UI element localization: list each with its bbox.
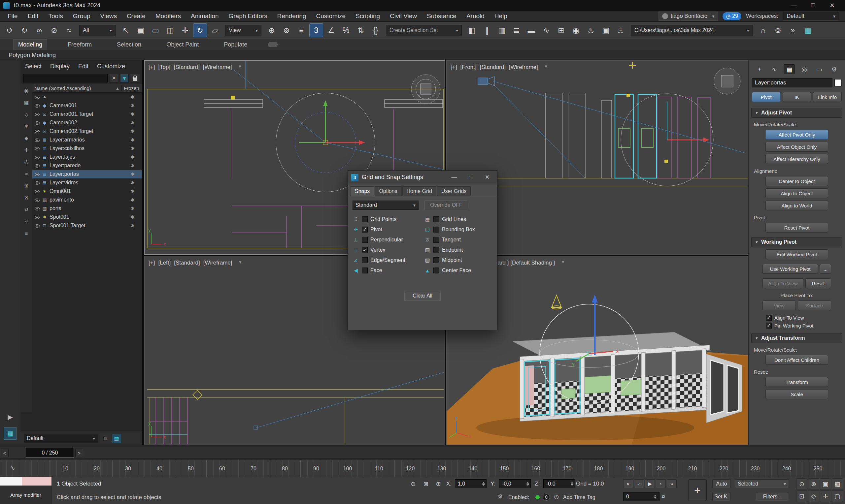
align-to-object-button[interactable]: Align to Object	[765, 188, 828, 198]
frozen-toggle-icon[interactable]: ✱	[125, 197, 140, 202]
timeline-tick-label[interactable]: 130	[426, 460, 457, 477]
frozen-toggle-icon[interactable]: ✱	[125, 163, 140, 168]
dont-affect-children-button[interactable]: Don't Affect Children	[765, 355, 828, 365]
viewport-menu-general[interactable]: [+]	[148, 259, 155, 266]
explorer-filter-cameras-icon[interactable]: ◆	[22, 134, 31, 142]
place-surface-button[interactable]: Surface	[798, 301, 831, 310]
frozen-toggle-icon[interactable]: ✱	[125, 137, 140, 143]
snap-checkbox[interactable]	[434, 237, 439, 243]
visibility-eye-icon[interactable]	[34, 180, 40, 185]
timeline-tick-label[interactable]: 10	[50, 460, 81, 477]
toggle-scene-explorer-icon[interactable]: ▥	[495, 23, 509, 37]
timeline-tick-label[interactable]: 140	[457, 460, 489, 477]
viewport-menu-general[interactable]: [+]	[148, 64, 155, 71]
viewport-menu-pov[interactable]: [Front]	[460, 64, 476, 71]
toggle-ribbon-icon[interactable]: ▬	[525, 23, 538, 37]
ribbon-panel-title[interactable]: Polygon Modeling	[8, 52, 56, 59]
go-to-end-button[interactable]: »	[667, 479, 677, 488]
menu-item-12[interactable]: Civil View	[385, 11, 422, 21]
explorer-filter-shapes-icon[interactable]: ◇	[22, 110, 31, 119]
select-and-move-icon[interactable]: ✛	[178, 23, 192, 37]
visibility-eye-icon[interactable]	[34, 146, 40, 151]
create-tab-icon[interactable]: +	[754, 64, 765, 74]
notifications-badge[interactable]: ◷ 29	[723, 12, 741, 20]
ribbon-tab-populate[interactable]: Populate	[219, 40, 252, 50]
motion-tab-icon[interactable]: ◎	[799, 64, 810, 74]
explorer-preset-dropdown[interactable]: Default	[24, 434, 98, 443]
snap-face[interactable]: ◀ Face	[353, 267, 421, 274]
auto-key-button[interactable]: Auto	[712, 479, 731, 488]
viewport-overlay-triangle-icon[interactable]: ▼	[561, 259, 565, 266]
snap-checkbox[interactable]	[434, 247, 439, 253]
explorer-row-layer-armarios[interactable]: ≣ Layer:armários ✱	[32, 136, 142, 144]
spinner-arrows[interactable]	[654, 495, 656, 499]
selection-lock-icon[interactable]: ⊠	[421, 480, 430, 488]
dialog-close-button[interactable]: ✕	[480, 174, 494, 181]
timeline-tick-label[interactable]: 210	[677, 460, 708, 477]
clock-icon[interactable]: ◷	[554, 493, 559, 500]
key-filters-selected-dropdown[interactable]: Selected	[735, 479, 789, 488]
explorer-settings-icon[interactable]: ≡	[22, 229, 31, 237]
frozen-toggle-icon[interactable]: ✱	[125, 172, 140, 177]
timeline-tick-label[interactable]: 180	[583, 460, 614, 477]
explorer-row-camera002-target[interactable]: ⊡ Camera002.Target ✱	[32, 127, 142, 136]
menu-item-2[interactable]: Tools	[43, 11, 68, 21]
mini-curve-editor-icon[interactable]: ∿	[10, 464, 15, 472]
visibility-eye-icon[interactable]	[34, 163, 40, 168]
timeline-tick-label[interactable]: 60	[206, 460, 237, 477]
lock-icon[interactable]	[131, 74, 139, 83]
explorer-row-layer-portas[interactable]: ≣ Layer:portas ✱	[32, 170, 142, 178]
snap-checkbox[interactable]	[362, 237, 368, 243]
frozen-toggle-icon[interactable]: ✱	[125, 206, 140, 211]
align-to-view-checkbox[interactable]	[766, 315, 772, 321]
key-filters-button[interactable]: Filters...	[756, 492, 789, 501]
timeline-tick-label[interactable]: 200	[645, 460, 677, 477]
render-setup-icon[interactable]: ♨	[584, 23, 598, 37]
snap-perpendicular[interactable]: ⟂ Perpendicular	[353, 236, 421, 243]
clear-search-icon[interactable]: ✕	[110, 74, 118, 83]
filter-funnel-icon[interactable]: ▼	[120, 74, 129, 83]
viewport-menu-pov[interactable]: [Top]	[158, 64, 170, 71]
timeline-tick-label[interactable]: 110	[363, 460, 394, 477]
visibility-eye-icon[interactable]	[34, 214, 40, 220]
pivot-button[interactable]: Pivot	[752, 92, 781, 102]
key-mode-icon[interactable]: ¤	[662, 493, 665, 500]
timeline-tick-label[interactable]: 160	[520, 460, 551, 477]
frozen-toggle-icon[interactable]: ✱	[125, 120, 140, 125]
dialog-titlebar[interactable]: 3 Grid and Snap Settings — □ ✕	[348, 170, 497, 184]
frozen-toggle-icon[interactable]: ✱	[125, 94, 140, 100]
frozen-toggle-icon[interactable]: ✱	[125, 214, 140, 220]
more-options-button[interactable]: ...	[820, 264, 831, 274]
spinner-arrows[interactable]	[527, 482, 529, 486]
timeline-tick-label[interactable]: 20	[81, 460, 112, 477]
explorer-row-omni001[interactable]: ✶ Omni001 ✱	[32, 187, 142, 196]
isolate-selection-icon[interactable]: ⊙	[409, 480, 418, 488]
zoom-region-icon[interactable]: ⊡	[796, 490, 807, 502]
viewport-menu-renderer[interactable]: [Standard]	[174, 259, 200, 266]
timeline-tick-label[interactable]: 250	[802, 460, 833, 477]
pin-working-pivot-checkbox[interactable]	[766, 323, 772, 328]
visibility-eye-icon[interactable]	[34, 137, 40, 143]
maximize-viewport-icon[interactable]: ▢	[832, 490, 843, 502]
x-coordinate-field[interactable]: 1,0	[455, 479, 487, 488]
snap-grid-lines[interactable]: ▦ Grid Lines	[424, 216, 492, 223]
snap-endpoint[interactable]: ▧ Endpoint	[424, 247, 492, 253]
timeline-tick-label[interactable]: 190	[614, 460, 645, 477]
workspace-dropdown[interactable]: Default	[783, 12, 839, 21]
rectangular-selection-region-icon[interactable]: ▭	[148, 23, 162, 37]
adjust-pivot-rollout[interactable]: Adjust Pivot	[751, 108, 842, 118]
gear-icon[interactable]: ⚙	[498, 493, 503, 500]
snap-bounding-box[interactable]: ▢ Bounding Box	[424, 226, 492, 233]
menu-item-6[interactable]: Modifiers	[151, 11, 186, 21]
explorer-column-headers[interactable]: Name (Sorted Ascending) ▲ Frozen	[32, 84, 142, 93]
edit-working-pivot-button[interactable]: Edit Working Pivot	[765, 249, 828, 259]
affect-object-only-button[interactable]: Affect Object Only	[765, 142, 828, 152]
previous-frame-button[interactable]: <	[1, 449, 8, 457]
visibility-eye-icon[interactable]	[34, 172, 40, 177]
ribbon-tab-object-paint[interactable]: Object Paint	[162, 40, 203, 50]
snap-midpoint[interactable]: ▨ Midpoint	[424, 257, 492, 264]
viewport-menu-shading[interactable]: [Wireframe]	[203, 64, 232, 71]
snap-edge-segment[interactable]: ⊿ Edge/Segment	[353, 257, 421, 264]
viewport-overlay-triangle-icon[interactable]: ▼	[238, 259, 242, 266]
window-crossing-toggle-icon[interactable]: ◫	[163, 23, 177, 37]
